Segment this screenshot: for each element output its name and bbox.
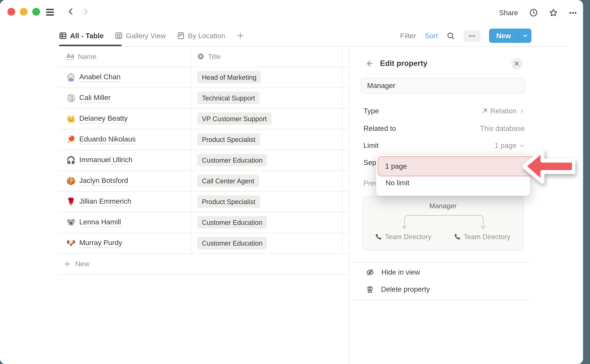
field-related-to[interactable]: Related to This database xyxy=(364,123,525,134)
name-cell[interactable]: 🐨Lenna Hamill xyxy=(59,212,191,233)
close-icon xyxy=(514,61,519,66)
preview-root-label: Manager xyxy=(363,202,523,210)
page-name: Lenna Hamill xyxy=(79,218,121,227)
board-view-icon xyxy=(177,32,185,40)
page-emoji-icon: 🐶 xyxy=(66,239,75,247)
panel-back-icon[interactable] xyxy=(365,59,373,68)
table-row: 🌹Jillian Emmerich Product Specialist xyxy=(59,192,349,212)
field-value: This database xyxy=(480,124,525,133)
dropdown-option-no-limit[interactable]: No limit xyxy=(386,179,409,187)
limit-dropdown-menu: 1 page No limit xyxy=(376,155,530,196)
tab-all-table[interactable]: All - Table xyxy=(59,32,104,40)
table-view-icon xyxy=(59,32,67,40)
page-name: Jaclyn Botsford xyxy=(79,176,128,186)
database-table: Aa Name Title 🎡Anabel Chan Head of Marke… xyxy=(59,46,349,274)
add-row-button[interactable]: New xyxy=(59,254,349,274)
zoom-window-button[interactable] xyxy=(32,8,40,16)
add-view-icon[interactable] xyxy=(236,32,244,40)
minimize-window-button[interactable] xyxy=(20,8,28,16)
trash-icon xyxy=(366,286,374,293)
tab-by-location[interactable]: By Location xyxy=(177,32,225,40)
tab-gallery-view[interactable]: Gallery View xyxy=(115,32,166,40)
relation-arrow-icon xyxy=(481,107,488,114)
close-window-button[interactable] xyxy=(7,8,15,16)
relation-preview-card: Manager Team Directory Team Directory xyxy=(362,196,524,251)
page-emoji-icon: 🐨 xyxy=(66,218,75,227)
search-icon[interactable] xyxy=(447,32,455,40)
title-cell[interactable]: Head of Marketing xyxy=(191,67,342,87)
select-property-icon xyxy=(197,53,204,60)
column-header-title[interactable]: Title xyxy=(191,46,342,67)
desktop: Share All - Table xyxy=(0,0,590,364)
title-cell[interactable]: Customer Education xyxy=(191,212,342,233)
sort-button[interactable]: Sort xyxy=(425,32,438,40)
share-button[interactable]: Share xyxy=(499,9,518,17)
row-spacer xyxy=(342,192,349,212)
page-emoji-icon: 🏓 xyxy=(66,135,75,144)
history-clock-icon[interactable] xyxy=(529,8,538,17)
title-cell[interactable]: VP Customer Support xyxy=(191,109,342,129)
page-name: Cali Miller xyxy=(79,93,111,103)
sidebar-menu-icon[interactable] xyxy=(46,9,54,16)
field-limit[interactable]: Limit 1 page xyxy=(364,140,525,151)
edit-property-panel: Edit property Manager Type Relation Rela… xyxy=(349,46,583,364)
table-row: 👑Delaney Beatty VP Customer Support xyxy=(59,109,349,129)
name-cell[interactable]: 🎡Anabel Chan xyxy=(59,67,191,87)
name-cell[interactable]: 🐶Murray Purdy xyxy=(59,233,191,253)
field-value: 1 page xyxy=(495,142,516,150)
title-cell[interactable]: Customer Education xyxy=(191,150,342,170)
table-row: 🎡Anabel Chan Head of Marketing xyxy=(59,67,349,88)
tab-label: All - Table xyxy=(70,32,104,40)
view-controls: Filter Sort New xyxy=(400,25,531,46)
page-emoji-icon: 🌹 xyxy=(66,197,75,206)
page-name: Jillian Emmerich xyxy=(79,197,131,206)
page-name: Delaney Beatty xyxy=(79,114,128,123)
name-cell[interactable]: 🎧Immanuel Ullrich xyxy=(59,150,191,170)
hide-in-view-button[interactable]: Hide in view xyxy=(366,267,420,278)
dropdown-option-1-page[interactable]: 1 page xyxy=(377,156,541,176)
property-name-input[interactable]: Manager xyxy=(361,78,525,94)
name-cell[interactable]: 👑Delaney Beatty xyxy=(59,109,191,129)
table-row: 🍪Jaclyn Botsford Call Center Agent xyxy=(59,171,349,192)
delete-property-button[interactable]: Delete property xyxy=(366,284,430,295)
row-spacer xyxy=(342,129,349,150)
title-cell[interactable]: Product Specialist xyxy=(191,129,342,150)
title-cell[interactable]: Product Specialist xyxy=(191,192,342,212)
filter-button[interactable]: Filter xyxy=(400,32,416,40)
new-dropdown-button[interactable] xyxy=(518,29,531,43)
preview-child-label: Team Directory xyxy=(385,233,432,240)
more-options-icon[interactable] xyxy=(569,9,577,17)
tab-label: Gallery View xyxy=(126,32,166,40)
panel-close-button[interactable] xyxy=(511,58,523,69)
row-spacer xyxy=(342,212,349,233)
page-emoji-icon: 🎧 xyxy=(66,156,75,164)
name-cell[interactable]: 🍪Jaclyn Botsford xyxy=(59,171,191,191)
eye-off-icon xyxy=(366,268,374,276)
action-label: Hide in view xyxy=(381,268,420,276)
table-row: 🏓Eduardo Nikolaus Product Specialist xyxy=(59,129,349,150)
new-button-group: New xyxy=(489,29,531,43)
new-button[interactable]: New xyxy=(489,29,518,43)
phone-icon xyxy=(454,234,460,240)
field-type[interactable]: Type Relation xyxy=(364,105,525,117)
title-tag: Call Center Agent xyxy=(197,175,259,187)
name-cell[interactable]: 🏓Eduardo Nikolaus xyxy=(59,129,191,150)
name-cell[interactable]: 🌹Jillian Emmerich xyxy=(59,192,191,212)
field-label-partial: Sep xyxy=(364,158,376,167)
forward-icon[interactable] xyxy=(81,7,89,16)
title-cell[interactable]: Customer Education xyxy=(191,233,342,253)
favorite-star-icon[interactable] xyxy=(549,8,558,17)
title-cell[interactable]: Call Center Agent xyxy=(191,171,342,191)
panel-divider xyxy=(352,262,531,263)
table-row: 🐨Lenna Hamill Customer Education xyxy=(59,212,349,233)
view-more-button[interactable] xyxy=(464,30,480,42)
table-row: 🎧Immanuel Ullrich Customer Education xyxy=(59,150,349,171)
chevron-right-icon xyxy=(519,108,525,114)
page-name: Anabel Chan xyxy=(79,73,121,82)
name-cell[interactable]: 🏐Cali Miller xyxy=(59,88,191,108)
title-tag: Head of Marketing xyxy=(197,71,261,83)
title-cell[interactable]: Technical Support xyxy=(191,88,342,108)
back-icon[interactable] xyxy=(67,7,75,16)
column-header-name[interactable]: Aa Name xyxy=(59,46,191,67)
row-spacer xyxy=(342,171,349,191)
